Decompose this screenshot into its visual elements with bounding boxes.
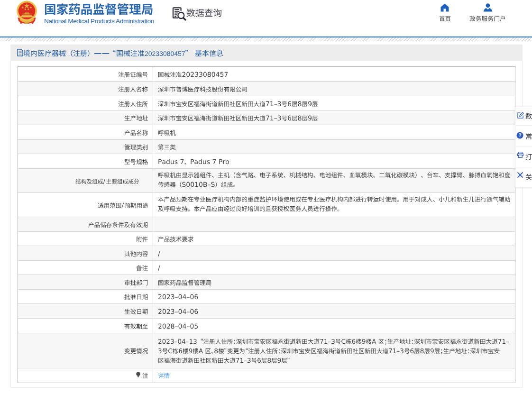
svg-text:?: ? xyxy=(518,133,521,138)
